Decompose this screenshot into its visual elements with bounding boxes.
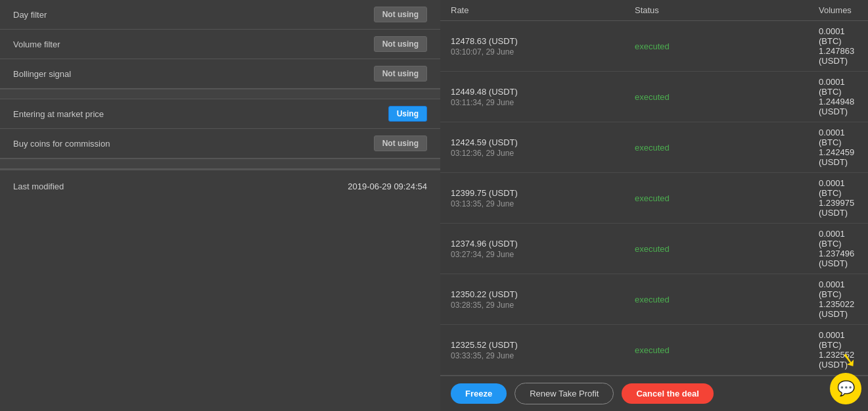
vol2: 1.247863 (USDT) xyxy=(819,46,857,66)
vol1: 0.0001 (BTC) xyxy=(819,26,857,46)
status-value: executed xyxy=(635,244,670,254)
table-row: 12374.96 (USDT) 03:27:34, 29 June execut… xyxy=(440,224,868,274)
vol2: 1.235022 (USDT) xyxy=(819,299,857,319)
vol2: 1.237496 (USDT) xyxy=(819,249,857,268)
day-filter-label: Day filter xyxy=(13,10,374,20)
status-cell: executed xyxy=(635,143,819,153)
status-value: executed xyxy=(635,143,670,153)
buy-coins-badge[interactable]: Not using xyxy=(374,135,427,151)
vol1: 0.0001 (BTC) xyxy=(819,178,857,198)
status-cell: executed xyxy=(635,193,819,203)
rate-cell: 12350.22 (USDT) 03:28:35, 29 June xyxy=(451,289,635,310)
renew-take-profit-button[interactable]: Renew Take Profit xyxy=(514,383,614,404)
status-cell: executed xyxy=(635,295,819,304)
action-bar-container: ➘ Freeze Renew Take Profit Cancel the de… xyxy=(440,375,868,411)
volume-filter-label: Volume filter xyxy=(13,39,374,49)
rate-value: 12449.48 (USDT) xyxy=(451,87,635,97)
rate-cell: 12424.59 (USDT) 03:12:36, 29 June xyxy=(451,137,635,158)
vol2: 1.242459 (USDT) xyxy=(819,147,857,167)
rate-value: 12325.52 (USDT) xyxy=(451,340,635,350)
status-cell: executed xyxy=(635,244,819,254)
col-volumes: Volumes xyxy=(819,5,857,15)
buy-coins-row: Buy coins for commission Not using xyxy=(0,129,440,158)
col-status: Status xyxy=(635,5,819,15)
rate-cell: 12325.52 (USDT) 03:33:35, 29 June xyxy=(451,340,635,360)
volumes-cell: 0.0001 (BTC) 1.237496 (USDT) xyxy=(819,229,857,268)
trade-table-body: 12478.63 (USDT) 03:10:07, 29 June execut… xyxy=(440,21,868,375)
last-modified-value: 2019-06-29 09:24:54 xyxy=(348,181,427,191)
rate-cell: 12399.75 (USDT) 03:13:35, 29 June xyxy=(451,188,635,208)
chat-icon: 💬 xyxy=(837,380,855,397)
entering-market-row: Entering at market price Using xyxy=(0,99,440,129)
rate-time: 03:11:34, 29 June xyxy=(451,98,635,107)
chat-bubble-button[interactable]: 💬 xyxy=(830,373,861,404)
rate-cell: 12449.48 (USDT) 03:11:34, 29 June xyxy=(451,87,635,107)
rate-time: 03:27:34, 29 June xyxy=(451,250,635,259)
status-value: executed xyxy=(635,41,670,51)
rate-time: 03:13:35, 29 June xyxy=(451,199,635,208)
trade-table-header: Rate Status Volumes xyxy=(440,0,868,21)
table-row: 12478.63 (USDT) 03:10:07, 29 June execut… xyxy=(440,21,868,72)
status-cell: executed xyxy=(635,92,819,102)
volumes-cell: 0.0001 (BTC) 1.244948 (USDT) xyxy=(819,77,857,116)
vol1: 0.0001 (BTC) xyxy=(819,128,857,147)
left-panel: Day filter Not using Volume filter Not u… xyxy=(0,0,440,411)
rate-value: 12399.75 (USDT) xyxy=(451,188,635,198)
rate-cell: 12374.96 (USDT) 03:27:34, 29 June xyxy=(451,239,635,259)
buy-coins-label: Buy coins for commission xyxy=(13,139,374,149)
table-row: 12399.75 (USDT) 03:13:35, 29 June execut… xyxy=(440,173,868,224)
rate-value: 12350.22 (USDT) xyxy=(451,289,635,299)
rate-time: 03:33:35, 29 June xyxy=(451,351,635,360)
bollinger-signal-badge[interactable]: Not using xyxy=(374,66,427,82)
rate-value: 12478.63 (USDT) xyxy=(451,36,635,46)
status-value: executed xyxy=(635,193,670,203)
volume-filter-row: Volume filter Not using xyxy=(0,30,440,59)
status-cell: executed xyxy=(635,345,819,355)
day-filter-row: Day filter Not using xyxy=(0,0,440,30)
table-row: 12449.48 (USDT) 03:11:34, 29 June execut… xyxy=(440,72,868,122)
entering-market-label: Entering at market price xyxy=(13,109,388,119)
volumes-cell: 0.0001 (BTC) 1.247863 (USDT) xyxy=(819,26,857,66)
vol2: 1.244948 (USDT) xyxy=(819,97,857,116)
day-filter-badge[interactable]: Not using xyxy=(374,7,427,22)
status-value: executed xyxy=(635,295,670,304)
rate-time: 03:10:07, 29 June xyxy=(451,47,635,57)
table-row: 12350.22 (USDT) 03:28:35, 29 June execut… xyxy=(440,274,868,325)
vol2: 1.239975 (USDT) xyxy=(819,198,857,218)
last-modified-label: Last modified xyxy=(13,181,348,191)
rate-value: 12374.96 (USDT) xyxy=(451,239,635,249)
volumes-cell: 0.0001 (BTC) 1.239975 (USDT) xyxy=(819,178,857,218)
last-modified-row: Last modified 2019-06-29 09:24:54 xyxy=(0,169,440,202)
status-cell: executed xyxy=(635,41,819,51)
rate-time: 03:12:36, 29 June xyxy=(451,149,635,158)
vol1: 0.0001 (BTC) xyxy=(819,279,857,299)
vol1: 0.0001 (BTC) xyxy=(819,229,857,249)
table-row: 12424.59 (USDT) 03:12:36, 29 June execut… xyxy=(440,122,868,173)
status-value: executed xyxy=(635,345,670,355)
bollinger-signal-row: Bollinger signal Not using xyxy=(0,59,440,89)
entering-market-badge[interactable]: Using xyxy=(388,106,427,122)
rate-cell: 12478.63 (USDT) 03:10:07, 29 June xyxy=(451,36,635,57)
freeze-button[interactable]: Freeze xyxy=(451,383,507,404)
volumes-cell: 0.0001 (BTC) 1.242459 (USDT) xyxy=(819,128,857,167)
rate-time: 03:28:35, 29 June xyxy=(451,301,635,310)
rate-value: 12424.59 (USDT) xyxy=(451,137,635,147)
status-value: executed xyxy=(635,92,670,102)
action-bar: Freeze Renew Take Profit Cancel the deal xyxy=(440,375,868,411)
cancel-deal-button[interactable]: Cancel the deal xyxy=(622,383,713,404)
bollinger-signal-label: Bollinger signal xyxy=(13,69,374,79)
table-row: 12325.52 (USDT) 03:33:35, 29 June execut… xyxy=(440,325,868,375)
volumes-cell: 0.0001 (BTC) 1.235022 (USDT) xyxy=(819,279,857,319)
col-rate: Rate xyxy=(451,5,635,15)
vol1: 0.0001 (BTC) xyxy=(819,77,857,97)
volume-filter-badge[interactable]: Not using xyxy=(374,36,427,52)
vol1: 0.0001 (BTC) xyxy=(819,330,857,350)
right-panel: Rate Status Volumes 12478.63 (USDT) 03:1… xyxy=(440,0,868,411)
